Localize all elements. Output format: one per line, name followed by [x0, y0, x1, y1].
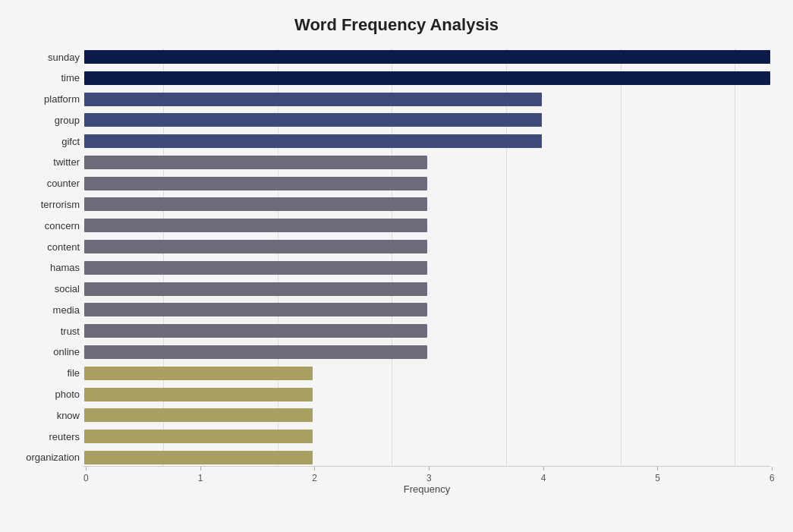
bar-track	[84, 388, 770, 401]
bar-label: online	[4, 346, 80, 357]
bar-fill	[84, 197, 427, 211]
bar-track	[84, 367, 770, 380]
bar-label: content	[4, 241, 80, 253]
bar-label: organization	[4, 452, 80, 463]
bar-fill	[84, 388, 313, 401]
bar-label: photo	[4, 389, 80, 400]
bar-track	[84, 197, 770, 211]
tick-label: 5	[655, 473, 660, 483]
table-row: counter	[83, 175, 770, 192]
table-row: hamas	[83, 260, 770, 276]
table-row: media	[83, 301, 770, 318]
bar-fill	[84, 324, 427, 338]
bar-label: reuters	[4, 431, 80, 442]
bar-track	[84, 303, 770, 316]
tick-label: 4	[541, 473, 546, 483]
bar-track	[84, 219, 770, 232]
table-row: content	[83, 238, 770, 255]
bar-label: hamas	[4, 262, 80, 273]
tick-label: 6	[769, 473, 775, 483]
bar-label: group	[4, 115, 80, 126]
bar-fill	[84, 93, 542, 106]
bar-label: time	[4, 72, 80, 83]
table-row: terrorism	[83, 196, 770, 212]
bar-label: sunday	[4, 52, 80, 63]
tick-line	[772, 467, 773, 471]
bar-label: terrorism	[4, 199, 80, 210]
table-row: group	[83, 112, 770, 128]
tick-label: 3	[426, 473, 432, 483]
bar-track	[84, 345, 770, 359]
tick-label: 2	[312, 473, 317, 483]
bar-track	[84, 324, 770, 338]
bar-track	[84, 282, 770, 296]
bar-label: know	[4, 410, 80, 421]
table-row: organization	[83, 449, 770, 466]
table-row: social	[83, 281, 770, 297]
tick-label: 1	[198, 473, 203, 483]
bar-label: concern	[4, 220, 80, 231]
bar-fill	[84, 261, 427, 275]
x-axis: 0123456 Frequency	[83, 466, 770, 496]
chart-title: Word Frequency Analysis	[23, 15, 770, 35]
bar-fill	[84, 50, 770, 64]
bar-track	[84, 113, 770, 127]
x-tick: 4	[541, 467, 546, 483]
table-row: platform	[83, 91, 770, 108]
table-row: gifct	[83, 133, 770, 150]
x-tick: 5	[655, 467, 660, 483]
table-row: online	[83, 344, 770, 360]
chart-area: sundaytimeplatformgroupgifcttwittercount…	[83, 49, 770, 496]
tick-line	[314, 467, 315, 471]
table-row: file	[83, 365, 770, 382]
x-tick: 3	[426, 467, 432, 483]
bar-fill	[84, 282, 427, 296]
x-tick: 6	[769, 467, 775, 483]
tick-line	[86, 467, 87, 471]
bar-fill	[84, 303, 427, 316]
bar-track	[84, 177, 770, 190]
bar-fill	[84, 177, 427, 190]
bar-label: media	[4, 304, 80, 316]
x-tick: 0	[83, 467, 89, 483]
bar-label: social	[4, 283, 80, 294]
table-row: time	[83, 70, 770, 87]
bar-track	[84, 71, 770, 85]
bar-track	[84, 93, 770, 106]
bar-label: counter	[4, 178, 80, 189]
table-row: sunday	[83, 49, 770, 65]
bar-track	[84, 408, 770, 422]
bar-fill	[84, 367, 313, 380]
bar-track	[84, 430, 770, 443]
bar-fill	[84, 71, 770, 85]
table-row: reuters	[83, 428, 770, 445]
table-row: trust	[83, 323, 770, 339]
bar-fill	[84, 113, 542, 127]
bar-label: trust	[4, 326, 80, 337]
bar-fill	[84, 430, 313, 443]
x-axis-label: Frequency	[83, 483, 770, 495]
tick-line	[200, 467, 201, 471]
x-tick: 1	[198, 467, 203, 483]
tick-line	[657, 467, 658, 471]
bar-track	[84, 50, 770, 64]
table-row: concern	[83, 217, 770, 234]
bar-fill	[84, 156, 427, 169]
bar-track	[84, 134, 770, 148]
x-tick: 2	[312, 467, 317, 483]
bar-fill	[84, 240, 427, 253]
bar-fill	[84, 408, 313, 422]
bars-wrapper: sundaytimeplatformgroupgifcttwittercount…	[83, 49, 770, 466]
bar-fill	[84, 345, 427, 359]
chart-container: Word Frequency Analysis sundaytimeplatfo…	[0, 0, 793, 532]
tick-line	[543, 467, 544, 471]
bar-label: twitter	[4, 156, 80, 168]
bar-label: file	[4, 367, 80, 379]
bar-track	[84, 261, 770, 275]
bar-fill	[84, 219, 427, 232]
tick-line	[429, 467, 430, 471]
bar-label: platform	[4, 93, 80, 105]
bar-track	[84, 156, 770, 169]
bar-fill	[84, 134, 542, 148]
bar-label: gifct	[4, 136, 80, 147]
